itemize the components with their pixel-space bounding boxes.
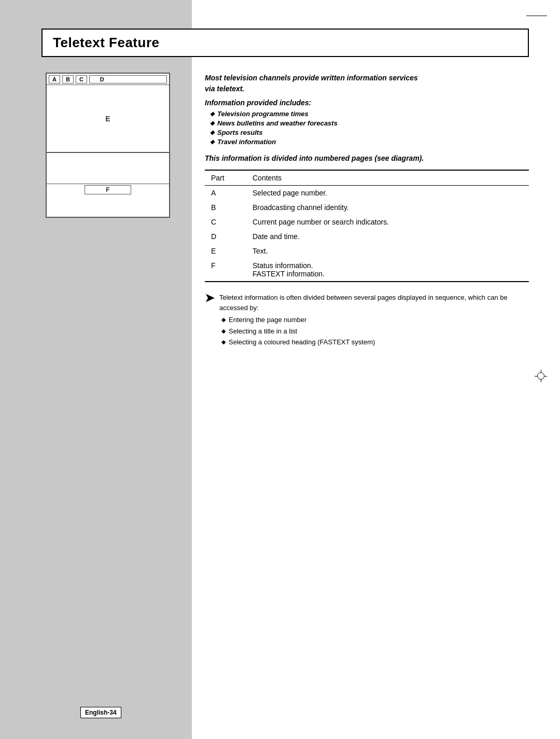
tv-label-e: E (105, 115, 110, 123)
note-arrow-icon: ➤ (205, 291, 214, 305)
page-number: English-34 (80, 707, 121, 718)
bullet-item: Travel information (210, 138, 529, 146)
note-bullet-item: Selecting a coloured heading (FASTEXT sy… (221, 337, 529, 347)
table-header-contents: Contents (246, 170, 529, 186)
tv-diagram: A B C D E F (46, 73, 170, 218)
note-text-block: Teletext information is often divided be… (219, 292, 529, 348)
table-cell-contents: Selected page number. (246, 186, 529, 201)
tv-middle-strip (47, 152, 169, 184)
bullet-item: News bulletins and weather forecasts (210, 119, 529, 127)
top-right-line (526, 16, 547, 16)
tv-top-bar: A B C D (47, 74, 169, 85)
table-cell-contents: Broadcasting channel identity. (246, 200, 529, 215)
tv-tab-b: B (62, 75, 74, 83)
info-header: Information provided includes: (205, 99, 529, 107)
table-cell-contents: Text. (246, 244, 529, 258)
page-content: Teletext Feature A B C D E F Most televi… (0, 0, 560, 739)
table-row: D Date and time. (205, 229, 529, 244)
table-cell-part: B (205, 200, 246, 215)
table-row: A Selected page number. (205, 186, 529, 201)
page-title: Teletext Feature (53, 35, 517, 51)
table-cell-contents: Status information.FASTEXT information. (246, 258, 529, 282)
tv-tab-d: D (89, 75, 167, 83)
tv-bottom-bar: F (47, 184, 169, 195)
bullet-item: Television programme times (210, 110, 529, 118)
table-cell-part: D (205, 229, 246, 244)
note-main-text: Teletext information is often divided be… (219, 292, 529, 313)
info-table: Part Contents A Selected page number. B … (205, 170, 529, 282)
tv-main-area: E (47, 85, 169, 152)
title-bar: Teletext Feature (41, 29, 529, 57)
note-bullets: Entering the page number Selecting a tit… (219, 315, 529, 347)
tv-tab-c: C (76, 75, 87, 83)
intro-text: Most television channels provide written… (205, 73, 529, 94)
bullet-item: Sports results (210, 129, 529, 136)
table-header-part: Part (205, 170, 246, 186)
right-content: Most television channels provide written… (205, 73, 529, 348)
note-bullet-item: Selecting a title in a list (221, 326, 529, 337)
table-cell-contents: Current page number or search indicators… (246, 215, 529, 229)
diagram-note: This information is divided into numbere… (205, 154, 529, 162)
table-cell-contents: Date and time. (246, 229, 529, 244)
tv-label-f: F (85, 185, 131, 194)
crosshair-icon (535, 370, 547, 382)
note-section: ➤ Teletext information is often divided … (205, 292, 529, 348)
table-cell-part: A (205, 186, 246, 201)
table-row: B Broadcasting channel identity. (205, 200, 529, 215)
table-row: F Status information.FASTEXT information… (205, 258, 529, 282)
table-cell-part: C (205, 215, 246, 229)
tv-tab-a: A (49, 75, 60, 83)
note-bullet-item: Entering the page number (221, 315, 529, 325)
table-cell-part: F (205, 258, 246, 282)
crosshair-circle (537, 372, 544, 380)
table-cell-part: E (205, 244, 246, 258)
table-row: E Text. (205, 244, 529, 258)
info-bullets: Television programme times News bulletin… (205, 110, 529, 146)
table-row: C Current page number or search indicato… (205, 215, 529, 229)
